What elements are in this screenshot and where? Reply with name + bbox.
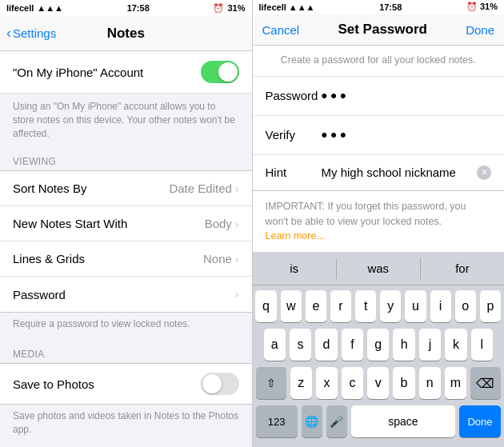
left-carrier: lifecell <box>6 3 34 13</box>
back-chevron-icon: ‹ <box>6 25 11 42</box>
right-nav-bar: Cancel Set Password Done <box>253 14 505 46</box>
key-rows: q w e r t y u i o p a s d f g h j k <box>253 285 505 437</box>
hint-field-row[interactable]: Hint ✕ <box>253 155 505 190</box>
predictive-word-1[interactable]: is <box>253 261 336 275</box>
lines-grids-label: Lines & Grids <box>13 252 85 265</box>
sort-notes-label: Sort Notes By <box>13 182 87 195</box>
back-button[interactable]: ‹ Settings <box>6 26 56 42</box>
left-status-left: lifecell ▲▲▲ <box>6 3 63 13</box>
key-m[interactable]: m <box>445 367 466 399</box>
sort-notes-value: Date Edited › <box>169 182 238 195</box>
mic-key[interactable]: 🎤 <box>326 405 347 437</box>
left-time: 17:58 <box>127 3 150 13</box>
hint-input[interactable] <box>322 166 474 179</box>
key-d[interactable]: d <box>315 329 337 361</box>
predictive-word-3[interactable]: for <box>421 261 504 275</box>
media-group: Save to Photos <box>0 363 252 405</box>
important-text: IMPORTANT: If you forget this password, … <box>266 201 466 227</box>
key-r[interactable]: r <box>330 290 351 322</box>
set-password-title: Set Password <box>338 22 427 38</box>
save-to-photos-toggle[interactable] <box>201 373 239 395</box>
right-signal-icon: ▲▲▲ <box>289 2 315 12</box>
key-y[interactable]: y <box>380 290 401 322</box>
toggle-knob <box>218 62 238 82</box>
key-u[interactable]: u <box>405 290 426 322</box>
settings-list: "On My iPhone" Account Using an "On My i… <box>0 51 252 447</box>
key-x[interactable]: x <box>316 367 338 399</box>
save-to-photos-row[interactable]: Save to Photos <box>0 364 252 404</box>
backspace-key[interactable]: ⌫ <box>470 367 501 399</box>
media-header: MEDIA <box>0 339 252 363</box>
key-l[interactable]: l <box>471 329 493 361</box>
password-row[interactable]: Password › <box>0 277 252 312</box>
lines-grids-row[interactable]: Lines & Grids None › <box>0 241 252 277</box>
space-key[interactable]: space <box>351 405 455 437</box>
right-status-left: lifecell ▲▲▲ <box>259 2 315 12</box>
key-w[interactable]: w <box>281 290 302 322</box>
hint-field-label: Hint <box>266 166 322 179</box>
right-time: 17:58 <box>379 2 402 12</box>
left-panel: lifecell ▲▲▲ 17:58 ⏰ 31% ‹ Settings Note… <box>0 0 252 447</box>
key-row-4: 123 🌐 🎤 space Done <box>256 405 502 437</box>
right-carrier: lifecell <box>259 2 286 12</box>
sort-notes-chevron: › <box>235 182 239 195</box>
verify-dots: ••• <box>322 125 350 146</box>
left-signal-icon: ▲▲▲ <box>37 3 63 13</box>
password-fields: Password ••• Verify ••• Hint ✕ <box>253 76 505 191</box>
key-e[interactable]: e <box>306 290 326 322</box>
learn-more-link[interactable]: Learn more... <box>266 230 325 241</box>
new-notes-row[interactable]: New Notes Start With Body › <box>0 206 252 241</box>
shift-key[interactable]: ⇧ <box>256 367 286 399</box>
password-field-row[interactable]: Password ••• <box>253 76 505 116</box>
key-g[interactable]: g <box>367 329 389 361</box>
key-p[interactable]: p <box>480 290 501 322</box>
on-my-iphone-description: Using an "On My iPhone" account allows y… <box>0 94 252 150</box>
sort-notes-row[interactable]: Sort Notes By Date Edited › <box>0 171 252 206</box>
hint-clear-button[interactable]: ✕ <box>477 166 491 180</box>
numbers-key[interactable]: 123 <box>256 405 298 437</box>
cancel-button[interactable]: Cancel <box>262 23 300 37</box>
key-o[interactable]: o <box>455 290 476 322</box>
back-label: Settings <box>13 26 56 40</box>
key-v[interactable]: v <box>367 367 389 399</box>
verify-field-label: Verify <box>266 128 322 142</box>
keyboard: is was for q w e r t y u i o p a <box>253 252 505 447</box>
key-h[interactable]: h <box>393 329 414 361</box>
right-panel: lifecell ▲▲▲ 17:58 ⏰ 31% Cancel Set Pass… <box>253 0 505 447</box>
password-description: Require a password to view locked notes. <box>0 313 252 339</box>
keyboard-done-button[interactable]: Done <box>459 405 501 437</box>
key-n[interactable]: n <box>419 367 441 399</box>
new-notes-chevron: › <box>235 218 239 230</box>
password-label: Password <box>13 288 66 301</box>
left-status-bar: lifecell ▲▲▲ 17:58 ⏰ 31% <box>0 0 252 16</box>
new-notes-label: New Notes Start With <box>13 217 127 230</box>
done-button[interactable]: Done <box>466 23 494 37</box>
predictive-word-2[interactable]: was <box>337 261 420 275</box>
right-status-bar: lifecell ▲▲▲ 17:58 ⏰ 31% <box>253 0 505 14</box>
key-q[interactable]: q <box>255 290 276 322</box>
key-t[interactable]: t <box>355 290 376 322</box>
left-nav-bar: ‹ Settings Notes <box>0 16 252 51</box>
globe-key[interactable]: 🌐 <box>302 405 322 437</box>
key-s[interactable]: s <box>290 329 311 361</box>
important-notice: IMPORTANT: If you forget this password, … <box>253 191 505 252</box>
left-battery: 31% <box>227 3 245 13</box>
lines-grids-value: None › <box>203 252 239 265</box>
key-k[interactable]: k <box>445 329 466 361</box>
left-alarm-icon: ⏰ <box>213 3 224 14</box>
key-c[interactable]: c <box>342 367 363 399</box>
on-my-iphone-toggle[interactable] <box>201 61 239 83</box>
key-z[interactable]: z <box>290 367 312 399</box>
key-a[interactable]: a <box>264 329 286 361</box>
viewing-header: VIEWING <box>0 150 252 170</box>
key-f[interactable]: f <box>342 329 363 361</box>
right-battery: 31% <box>480 2 498 11</box>
key-row-1: q w e r t y u i o p <box>256 290 502 322</box>
key-b[interactable]: b <box>393 367 414 399</box>
key-j[interactable]: j <box>419 329 441 361</box>
on-my-iphone-row[interactable]: "On My iPhone" Account <box>0 51 252 94</box>
right-status-right: ⏰ 31% <box>466 2 498 12</box>
key-i[interactable]: i <box>430 290 451 322</box>
verify-field-row[interactable]: Verify ••• <box>253 116 505 155</box>
new-notes-value: Body › <box>205 217 239 230</box>
